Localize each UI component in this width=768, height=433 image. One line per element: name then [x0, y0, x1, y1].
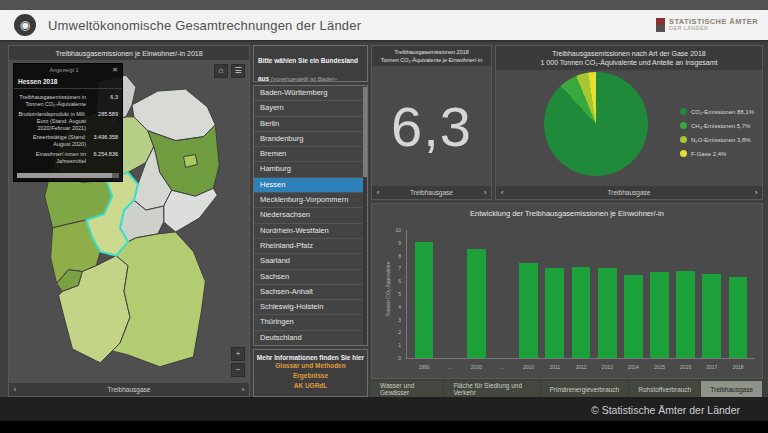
kpi-pager-label: Treibhausgase: [384, 189, 479, 196]
bar-column: 2010: [516, 230, 542, 358]
y-tick-label: 2: [398, 330, 401, 335]
legend-item: CH₄-Emissionen 5,7%: [680, 122, 754, 129]
bar[interactable]: [598, 268, 617, 358]
bundesland-item[interactable]: Sachsen: [254, 270, 367, 285]
app-title: Umweltökonomische Gesamtrechnungen der L…: [48, 18, 361, 33]
x-tick-label: 2010: [523, 364, 534, 370]
bar-column: 2011: [542, 230, 568, 358]
bar[interactable]: [702, 274, 721, 358]
popup-title: Hessen 2018: [14, 76, 122, 89]
bar[interactable]: [650, 272, 669, 358]
bundesland-item[interactable]: Hessen: [254, 178, 367, 193]
close-icon[interactable]: ✕: [111, 66, 119, 74]
popup-row: Treibhausgasemissionen in Tonnen CO₂-Äqu…: [18, 94, 118, 108]
bundesland-item[interactable]: Nordrhein-Westfalen: [254, 224, 367, 239]
state-sachsen[interactable]: [164, 188, 218, 232]
home-icon[interactable]: ⌂: [214, 64, 228, 78]
pager-right-icon[interactable]: ›: [237, 385, 249, 394]
x-tick-label: 1990: [419, 364, 430, 370]
info-title: Mehr Informationen finden Sie hier: [254, 354, 367, 361]
bar[interactable]: [729, 277, 748, 358]
pager-left-icon[interactable]: ‹: [496, 188, 508, 197]
x-tick-label: 2012: [575, 364, 586, 370]
trend-title: Entwicklung der Treibhausgasemissionen j…: [372, 204, 762, 218]
list-scrollbar[interactable]: [363, 86, 367, 345]
state-bayern[interactable]: [112, 232, 205, 367]
info-link[interactable]: AK UGRdL: [254, 381, 367, 391]
y-tick-label: 9: [398, 241, 401, 246]
pager-left-icon[interactable]: ‹: [372, 188, 384, 197]
bar-column: ...: [489, 230, 515, 358]
tab-rohstoffverbrauch[interactable]: Rohstoffverbrauch: [629, 381, 701, 397]
y-tick-label: 3: [398, 318, 401, 323]
x-tick-label: 2017: [706, 364, 717, 370]
bundesland-item[interactable]: Thüringen: [254, 315, 367, 330]
bundesland-item[interactable]: Bayern: [254, 101, 367, 116]
bundesland-item[interactable]: Rheinland-Pfalz: [254, 239, 367, 254]
pie-legend: CO₂-Emissionen 88,1%CH₄-Emissionen 5,7%N…: [680, 108, 754, 164]
legend-item: N₂O-Emissionen 3,8%: [680, 136, 754, 143]
footer: © Statistische Ämter der Länder: [0, 397, 768, 433]
bar[interactable]: [545, 268, 564, 358]
bundesland-item[interactable]: Baden-Württemberg: [254, 86, 367, 101]
bar[interactable]: [624, 275, 643, 358]
pie-chart[interactable]: [544, 72, 648, 176]
bundesland-item[interactable]: Berlin: [254, 117, 367, 132]
map-canvas[interactable]: ⌂ ☰ + − Angezeigt 1: [9, 60, 249, 383]
zoom-in-button[interactable]: +: [231, 347, 245, 361]
bundesland-item[interactable]: Sachsen-Anhalt: [254, 285, 367, 300]
bar-chart: 1990...2000...20102011201220132014201520…: [406, 230, 755, 359]
tab-primärenergieverbrauch[interactable]: Primärenergieverbrauch: [541, 381, 630, 397]
info-link[interactable]: Ergebnisse: [254, 371, 367, 381]
bar-column: 2016: [673, 230, 699, 358]
legend-swatch-icon: [680, 108, 687, 115]
popup-row-label: Treibhausgasemissionen in Tonnen CO₂-Äqu…: [18, 94, 86, 108]
bundesland-item[interactable]: Brandenburg: [254, 132, 367, 147]
y-tick-label: 10: [395, 228, 401, 233]
bar[interactable]: [572, 267, 591, 358]
legend-item: CO₂-Emissionen 88,1%: [680, 108, 754, 115]
bundesland-item[interactable]: Schleswig-Holstein: [254, 300, 367, 315]
map-pager-label: Treibhausgase: [21, 386, 237, 393]
bottom-tabbar: Wasser und GewässerFläche für Siedlung u…: [371, 381, 763, 397]
pager-left-icon[interactable]: ‹: [9, 385, 21, 394]
info-link[interactable]: Glossar und Methoden: [254, 361, 367, 371]
legend-swatch-icon: [680, 136, 687, 143]
zoom-out-button[interactable]: −: [231, 363, 245, 377]
bundesland-item[interactable]: Saarland: [254, 254, 367, 269]
bundesland-prompt: Bitte wählen Sie ein Bundesland aus (vor…: [253, 45, 368, 82]
bundesland-item[interactable]: Mecklenburg-Vorpommern: [254, 193, 367, 208]
y-tick-label: 6: [398, 279, 401, 284]
bundesland-item[interactable]: Deutschland: [254, 331, 367, 346]
y-tick-label: 4: [398, 305, 401, 310]
tab-wasser-und-gewässer[interactable]: Wasser und Gewässer: [371, 381, 444, 397]
x-tick-label: 2011: [549, 364, 560, 370]
pager-right-icon[interactable]: ›: [750, 188, 762, 197]
trend-panel: Entwicklung der Treibhausgasemissionen j…: [371, 203, 763, 379]
bar[interactable]: [676, 271, 695, 358]
y-axis-ticks: 109876543210: [390, 230, 403, 358]
y-tick-label: 8: [398, 254, 401, 259]
y-tick-label: 5: [398, 292, 401, 297]
app-logo-icon: ◉: [14, 14, 36, 36]
tab-treibhausgase[interactable]: Treibhausgase: [701, 381, 763, 397]
bar-column: 1990: [411, 230, 437, 358]
legend-icon[interactable]: ☰: [231, 64, 245, 78]
top-strip: [0, 0, 768, 10]
y-tick-label: 7: [398, 266, 401, 271]
popup-scrollbar[interactable]: [17, 173, 119, 178]
bar[interactable]: [415, 242, 434, 358]
map-panel-title: Treibhausgasemissionen je Einwohner/-in …: [9, 46, 249, 60]
pager-right-icon[interactable]: ›: [479, 188, 491, 197]
bundesland-item[interactable]: Bremen: [254, 147, 367, 162]
bar-column: 2013: [594, 230, 620, 358]
popup-row-value: 285.589: [90, 111, 118, 132]
bar[interactable]: [519, 263, 538, 358]
y-tick-label: 0: [398, 356, 401, 361]
bundesland-item[interactable]: Hamburg: [254, 162, 367, 177]
copyright: © Statistische Ämter der Länder: [591, 404, 740, 416]
bar[interactable]: [467, 249, 486, 358]
bar-column: 2015: [646, 230, 672, 358]
bundesland-item[interactable]: Niedersachsen: [254, 208, 367, 223]
tab-fläche-für-siedlung-und-verkehr[interactable]: Fläche für Siedlung und Verkehr: [444, 381, 540, 397]
